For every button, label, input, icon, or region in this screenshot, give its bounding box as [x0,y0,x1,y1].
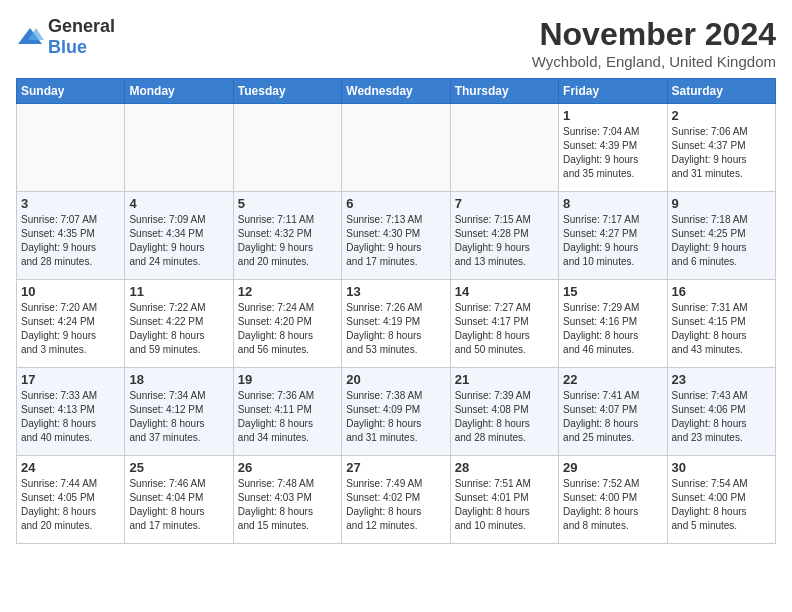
calendar-cell: 15Sunrise: 7:29 AM Sunset: 4:16 PM Dayli… [559,280,667,368]
calendar-cell [342,104,450,192]
day-number: 2 [672,108,771,123]
calendar-cell: 5Sunrise: 7:11 AM Sunset: 4:32 PM Daylig… [233,192,341,280]
day-info: Sunrise: 7:04 AM Sunset: 4:39 PM Dayligh… [563,125,662,181]
day-number: 12 [238,284,337,299]
calendar-cell: 19Sunrise: 7:36 AM Sunset: 4:11 PM Dayli… [233,368,341,456]
logo-text-blue: Blue [48,37,87,57]
title-area: November 2024 Wychbold, England, United … [532,16,776,70]
weekday-header-cell: Thursday [450,79,558,104]
day-info: Sunrise: 7:48 AM Sunset: 4:03 PM Dayligh… [238,477,337,533]
day-number: 9 [672,196,771,211]
day-number: 30 [672,460,771,475]
calendar-cell [233,104,341,192]
day-number: 7 [455,196,554,211]
day-info: Sunrise: 7:06 AM Sunset: 4:37 PM Dayligh… [672,125,771,181]
calendar-cell: 30Sunrise: 7:54 AM Sunset: 4:00 PM Dayli… [667,456,775,544]
header: General Blue November 2024 Wychbold, Eng… [16,16,776,70]
day-number: 15 [563,284,662,299]
day-number: 23 [672,372,771,387]
day-number: 6 [346,196,445,211]
day-number: 21 [455,372,554,387]
calendar-body: 1Sunrise: 7:04 AM Sunset: 4:39 PM Daylig… [17,104,776,544]
calendar-cell: 12Sunrise: 7:24 AM Sunset: 4:20 PM Dayli… [233,280,341,368]
calendar-cell: 8Sunrise: 7:17 AM Sunset: 4:27 PM Daylig… [559,192,667,280]
day-info: Sunrise: 7:34 AM Sunset: 4:12 PM Dayligh… [129,389,228,445]
calendar-cell: 10Sunrise: 7:20 AM Sunset: 4:24 PM Dayli… [17,280,125,368]
day-number: 1 [563,108,662,123]
day-number: 24 [21,460,120,475]
day-number: 10 [21,284,120,299]
weekday-header-cell: Wednesday [342,79,450,104]
day-info: Sunrise: 7:27 AM Sunset: 4:17 PM Dayligh… [455,301,554,357]
calendar-cell: 24Sunrise: 7:44 AM Sunset: 4:05 PM Dayli… [17,456,125,544]
calendar-cell [125,104,233,192]
calendar-cell: 9Sunrise: 7:18 AM Sunset: 4:25 PM Daylig… [667,192,775,280]
day-number: 13 [346,284,445,299]
day-info: Sunrise: 7:20 AM Sunset: 4:24 PM Dayligh… [21,301,120,357]
day-number: 19 [238,372,337,387]
calendar-cell: 11Sunrise: 7:22 AM Sunset: 4:22 PM Dayli… [125,280,233,368]
calendar-week-row: 10Sunrise: 7:20 AM Sunset: 4:24 PM Dayli… [17,280,776,368]
calendar-cell: 13Sunrise: 7:26 AM Sunset: 4:19 PM Dayli… [342,280,450,368]
calendar-cell: 20Sunrise: 7:38 AM Sunset: 4:09 PM Dayli… [342,368,450,456]
day-info: Sunrise: 7:17 AM Sunset: 4:27 PM Dayligh… [563,213,662,269]
day-number: 8 [563,196,662,211]
calendar-cell: 2Sunrise: 7:06 AM Sunset: 4:37 PM Daylig… [667,104,775,192]
day-info: Sunrise: 7:54 AM Sunset: 4:00 PM Dayligh… [672,477,771,533]
calendar-week-row: 24Sunrise: 7:44 AM Sunset: 4:05 PM Dayli… [17,456,776,544]
calendar-cell: 23Sunrise: 7:43 AM Sunset: 4:06 PM Dayli… [667,368,775,456]
day-number: 16 [672,284,771,299]
calendar-cell [450,104,558,192]
day-info: Sunrise: 7:39 AM Sunset: 4:08 PM Dayligh… [455,389,554,445]
day-info: Sunrise: 7:31 AM Sunset: 4:15 PM Dayligh… [672,301,771,357]
day-number: 5 [238,196,337,211]
day-number: 25 [129,460,228,475]
day-info: Sunrise: 7:11 AM Sunset: 4:32 PM Dayligh… [238,213,337,269]
calendar-week-row: 17Sunrise: 7:33 AM Sunset: 4:13 PM Dayli… [17,368,776,456]
calendar-cell: 22Sunrise: 7:41 AM Sunset: 4:07 PM Dayli… [559,368,667,456]
day-number: 3 [21,196,120,211]
weekday-header-cell: Tuesday [233,79,341,104]
calendar-cell: 17Sunrise: 7:33 AM Sunset: 4:13 PM Dayli… [17,368,125,456]
weekday-header: SundayMondayTuesdayWednesdayThursdayFrid… [17,79,776,104]
day-info: Sunrise: 7:33 AM Sunset: 4:13 PM Dayligh… [21,389,120,445]
weekday-header-cell: Monday [125,79,233,104]
day-info: Sunrise: 7:29 AM Sunset: 4:16 PM Dayligh… [563,301,662,357]
logo: General Blue [16,16,115,58]
calendar-cell: 28Sunrise: 7:51 AM Sunset: 4:01 PM Dayli… [450,456,558,544]
day-number: 11 [129,284,228,299]
calendar-cell: 29Sunrise: 7:52 AM Sunset: 4:00 PM Dayli… [559,456,667,544]
day-info: Sunrise: 7:36 AM Sunset: 4:11 PM Dayligh… [238,389,337,445]
day-number: 26 [238,460,337,475]
day-info: Sunrise: 7:43 AM Sunset: 4:06 PM Dayligh… [672,389,771,445]
calendar-cell: 18Sunrise: 7:34 AM Sunset: 4:12 PM Dayli… [125,368,233,456]
day-info: Sunrise: 7:51 AM Sunset: 4:01 PM Dayligh… [455,477,554,533]
day-number: 18 [129,372,228,387]
calendar-cell: 27Sunrise: 7:49 AM Sunset: 4:02 PM Dayli… [342,456,450,544]
calendar: SundayMondayTuesdayWednesdayThursdayFrid… [16,78,776,544]
day-info: Sunrise: 7:18 AM Sunset: 4:25 PM Dayligh… [672,213,771,269]
logo-text-general: General [48,16,115,36]
day-number: 17 [21,372,120,387]
calendar-cell: 16Sunrise: 7:31 AM Sunset: 4:15 PM Dayli… [667,280,775,368]
day-info: Sunrise: 7:26 AM Sunset: 4:19 PM Dayligh… [346,301,445,357]
day-info: Sunrise: 7:38 AM Sunset: 4:09 PM Dayligh… [346,389,445,445]
day-info: Sunrise: 7:09 AM Sunset: 4:34 PM Dayligh… [129,213,228,269]
calendar-week-row: 3Sunrise: 7:07 AM Sunset: 4:35 PM Daylig… [17,192,776,280]
calendar-cell: 6Sunrise: 7:13 AM Sunset: 4:30 PM Daylig… [342,192,450,280]
calendar-cell: 4Sunrise: 7:09 AM Sunset: 4:34 PM Daylig… [125,192,233,280]
day-info: Sunrise: 7:41 AM Sunset: 4:07 PM Dayligh… [563,389,662,445]
calendar-cell [17,104,125,192]
day-number: 4 [129,196,228,211]
weekday-header-cell: Saturday [667,79,775,104]
calendar-cell: 1Sunrise: 7:04 AM Sunset: 4:39 PM Daylig… [559,104,667,192]
day-info: Sunrise: 7:15 AM Sunset: 4:28 PM Dayligh… [455,213,554,269]
day-info: Sunrise: 7:44 AM Sunset: 4:05 PM Dayligh… [21,477,120,533]
day-number: 29 [563,460,662,475]
logo-icon [16,26,44,48]
day-number: 20 [346,372,445,387]
calendar-cell: 26Sunrise: 7:48 AM Sunset: 4:03 PM Dayli… [233,456,341,544]
day-number: 27 [346,460,445,475]
calendar-cell: 7Sunrise: 7:15 AM Sunset: 4:28 PM Daylig… [450,192,558,280]
weekday-header-cell: Sunday [17,79,125,104]
